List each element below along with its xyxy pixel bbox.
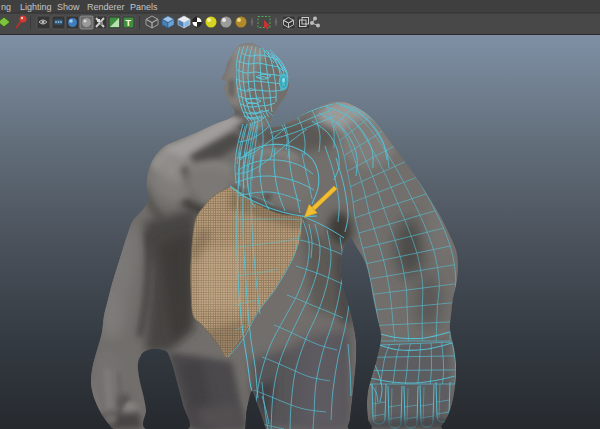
svg-text:ng: ng — [1, 2, 11, 12]
svg-text:Panels: Panels — [130, 2, 158, 12]
svg-text:Renderer: Renderer — [87, 2, 125, 12]
svg-text:Lighting: Lighting — [20, 2, 52, 12]
svg-text:T: T — [126, 18, 132, 28]
svg-text:Show: Show — [57, 2, 80, 12]
